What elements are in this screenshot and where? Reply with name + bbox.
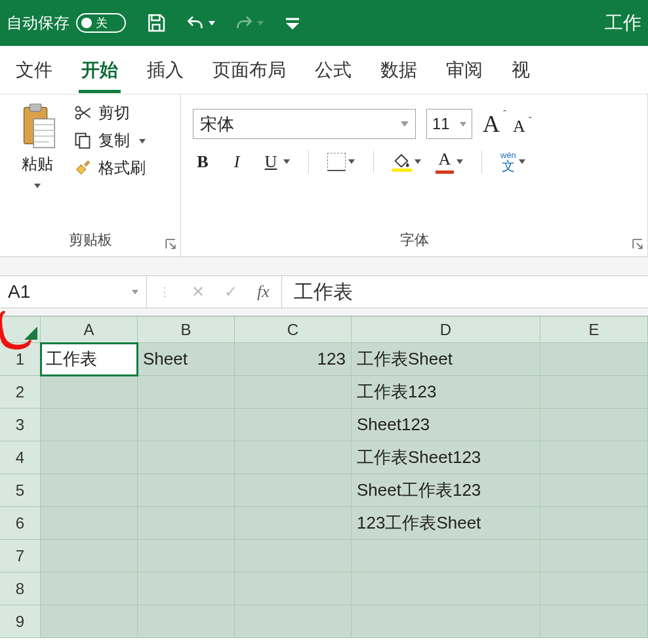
- customize-qat-button[interactable]: [282, 12, 303, 33]
- cell-C8[interactable]: [235, 573, 352, 605]
- row-header-3[interactable]: 3: [0, 409, 41, 441]
- insert-function-button[interactable]: fx: [257, 282, 270, 302]
- autosave-toggle[interactable]: 自动保存 关: [7, 12, 126, 33]
- cell-A1[interactable]: 工作表: [41, 343, 138, 376]
- cell-E4[interactable]: [540, 441, 648, 474]
- cell-C1[interactable]: 123: [235, 343, 352, 376]
- cell-B8[interactable]: [138, 573, 235, 605]
- cell-D2[interactable]: 工作表123: [352, 376, 540, 409]
- italic-button[interactable]: I: [227, 152, 247, 172]
- cell-A9[interactable]: [41, 605, 138, 638]
- cell-C5[interactable]: [235, 474, 352, 507]
- increase-font-button[interactable]: Aˆ: [483, 110, 500, 138]
- cell-C3[interactable]: [235, 409, 352, 441]
- cell-A3[interactable]: [41, 409, 138, 441]
- cell-C9[interactable]: [235, 605, 352, 638]
- row-header-7[interactable]: 7: [0, 540, 41, 573]
- cell-B7[interactable]: [138, 540, 235, 573]
- fill-color-button[interactable]: [392, 151, 421, 172]
- cell-D3[interactable]: Sheet123: [352, 409, 540, 441]
- copy-dropdown[interactable]: [139, 135, 146, 146]
- formula-input[interactable]: 工作表: [282, 279, 648, 306]
- column-header-B[interactable]: B: [138, 317, 235, 343]
- paste-button[interactable]: 粘贴: [7, 100, 68, 190]
- cell-D9[interactable]: [352, 605, 540, 638]
- row-header-5[interactable]: 5: [0, 474, 41, 507]
- cell-A5[interactable]: [41, 474, 138, 507]
- tab-data[interactable]: 数据: [378, 51, 420, 89]
- enter-button[interactable]: ✓: [224, 283, 237, 301]
- cell-B3[interactable]: [138, 409, 235, 441]
- row-header-4[interactable]: 4: [0, 441, 41, 474]
- cell-D6[interactable]: 123工作表Sheet: [352, 507, 540, 540]
- undo-button[interactable]: [185, 12, 215, 33]
- font-name-select[interactable]: 宋体: [193, 109, 416, 139]
- redo-button[interactable]: [233, 12, 264, 33]
- separator: [373, 151, 374, 173]
- font-color-button[interactable]: A: [435, 150, 463, 174]
- row-header-6[interactable]: 6: [0, 507, 41, 540]
- cell-B5[interactable]: [138, 474, 235, 507]
- tab-formulas[interactable]: 公式: [312, 51, 354, 89]
- cell-A6[interactable]: [41, 507, 138, 540]
- bold-button[interactable]: B: [193, 152, 213, 172]
- row-header-9[interactable]: 9: [0, 605, 41, 638]
- cell-E7[interactable]: [540, 540, 648, 573]
- select-all-button[interactable]: [0, 317, 41, 343]
- tab-page-layout[interactable]: 页面布局: [210, 51, 289, 89]
- cell-E8[interactable]: [540, 573, 648, 605]
- formula-bar-handle[interactable]: ⋮: [159, 285, 172, 299]
- cell-E2[interactable]: [540, 376, 648, 409]
- cell-C4[interactable]: [235, 441, 352, 474]
- toggle-switch[interactable]: 关: [76, 13, 126, 33]
- row-header-1[interactable]: 1: [0, 343, 41, 376]
- paste-dropdown[interactable]: [7, 180, 68, 190]
- cell-D8[interactable]: [352, 573, 540, 605]
- cell-D4[interactable]: 工作表Sheet123: [352, 441, 540, 474]
- save-button[interactable]: [146, 12, 167, 33]
- phonetic-guide-button[interactable]: wén 文: [500, 151, 525, 172]
- border-button[interactable]: [327, 153, 355, 171]
- cell-D1[interactable]: 工作表Sheet: [352, 343, 540, 376]
- cell-E9[interactable]: [540, 605, 648, 638]
- format-painter-button[interactable]: 格式刷: [73, 157, 146, 178]
- column-header-A[interactable]: A: [41, 317, 138, 343]
- tab-view[interactable]: 视: [509, 51, 533, 89]
- decrease-font-button[interactable]: Aˇ: [513, 117, 525, 136]
- column-header-D[interactable]: D: [352, 317, 540, 343]
- clipboard-launcher[interactable]: [165, 238, 176, 250]
- cell-C6[interactable]: [235, 507, 352, 540]
- cell-B2[interactable]: [138, 376, 235, 409]
- row-header-8[interactable]: 8: [0, 573, 41, 605]
- column-header-E[interactable]: E: [540, 317, 648, 343]
- cell-A2[interactable]: [41, 376, 138, 409]
- underline-button[interactable]: U: [261, 152, 290, 172]
- copy-button[interactable]: 复制: [73, 130, 146, 151]
- cell-C7[interactable]: [235, 540, 352, 573]
- font-launcher[interactable]: [632, 238, 643, 250]
- cell-A4[interactable]: [41, 441, 138, 474]
- cell-B1[interactable]: Sheet: [138, 343, 235, 376]
- tab-home[interactable]: 开始: [79, 51, 121, 89]
- column-header-C[interactable]: C: [235, 317, 352, 343]
- tab-insert[interactable]: 插入: [144, 51, 186, 89]
- cell-B6[interactable]: [138, 507, 235, 540]
- cell-E6[interactable]: [540, 507, 648, 540]
- cell-D5[interactable]: Sheet工作表123: [352, 474, 540, 507]
- cell-E5[interactable]: [540, 474, 648, 507]
- name-box[interactable]: A1: [0, 276, 147, 308]
- cut-button[interactable]: 剪切: [73, 102, 146, 123]
- cell-E1[interactable]: [540, 343, 648, 376]
- cell-B9[interactable]: [138, 605, 235, 638]
- cell-E3[interactable]: [540, 409, 648, 441]
- cell-A8[interactable]: [41, 573, 138, 605]
- tab-review[interactable]: 审阅: [443, 51, 485, 89]
- cell-C2[interactable]: [235, 376, 352, 409]
- cell-B4[interactable]: [138, 441, 235, 474]
- cancel-button[interactable]: ✕: [192, 283, 205, 301]
- cell-A7[interactable]: [41, 540, 138, 573]
- row-header-2[interactable]: 2: [0, 376, 41, 409]
- cell-D7[interactable]: [352, 540, 540, 573]
- tab-file[interactable]: 文件: [13, 51, 55, 89]
- font-size-select[interactable]: 11: [426, 109, 472, 139]
